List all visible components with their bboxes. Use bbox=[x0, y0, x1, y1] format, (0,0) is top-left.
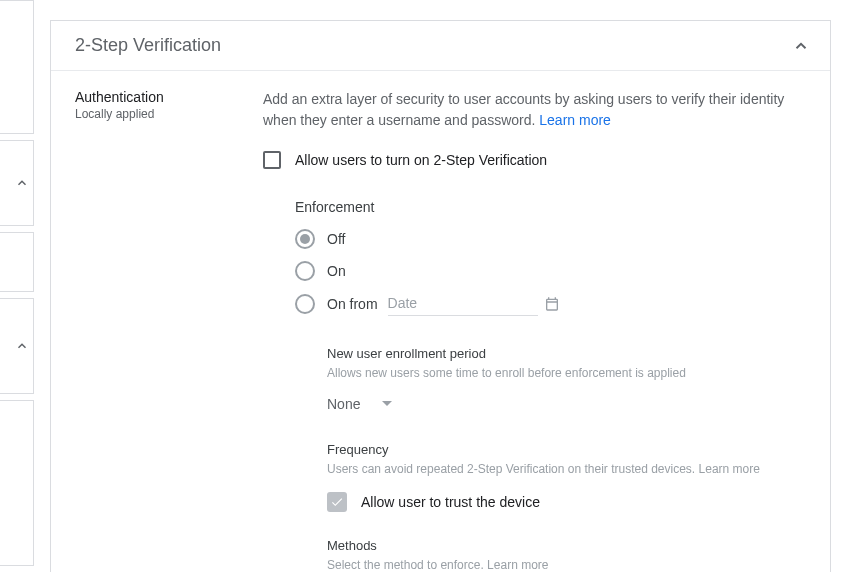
side-column: Authentication Locally applied bbox=[75, 89, 251, 572]
learn-more-link[interactable]: Learn more bbox=[539, 112, 611, 128]
enrollment-label: New user enrollment period bbox=[327, 346, 806, 361]
frequency-sublabel-text: Users can avoid repeated 2-Step Verifica… bbox=[327, 462, 699, 476]
left-segment-1 bbox=[0, 0, 34, 134]
radio-on-label: On bbox=[327, 263, 346, 279]
radio-row-off: Off bbox=[295, 227, 806, 251]
methods-section: Methods Select the method to enforce. Le… bbox=[263, 538, 806, 572]
chevron-up-icon bbox=[0, 141, 33, 225]
frequency-learn-more-link[interactable]: Learn more bbox=[699, 462, 760, 476]
allow-2sv-checkbox-row: Allow users to turn on 2-Step Verificati… bbox=[263, 151, 806, 169]
panel-title: 2-Step Verification bbox=[75, 35, 221, 56]
trust-device-label: Allow user to trust the device bbox=[361, 494, 540, 510]
methods-learn-more-link[interactable]: Learn more bbox=[487, 558, 548, 572]
chevron-up-icon bbox=[0, 299, 33, 393]
methods-label: Methods bbox=[327, 538, 806, 553]
enforcement-radio-group: Off On On from bbox=[295, 227, 806, 316]
enforcement-label: Enforcement bbox=[295, 199, 806, 215]
chevron-down-icon bbox=[382, 401, 392, 406]
methods-sublabel: Select the method to enforce. Learn more bbox=[327, 557, 806, 572]
locally-applied-label: Locally applied bbox=[75, 107, 251, 121]
left-sidebar-rail bbox=[0, 0, 34, 572]
main-column: Add an extra layer of security to user a… bbox=[251, 89, 806, 572]
radio-off[interactable] bbox=[295, 229, 315, 249]
enrollment-dropdown-value: None bbox=[327, 396, 360, 412]
radio-row-on: On bbox=[295, 259, 806, 283]
allow-2sv-checkbox[interactable] bbox=[263, 151, 281, 169]
left-segment-2[interactable] bbox=[0, 140, 34, 226]
panel-header[interactable]: 2-Step Verification bbox=[51, 21, 830, 71]
radio-off-label: Off bbox=[327, 231, 345, 247]
radio-on-from[interactable] bbox=[295, 294, 315, 314]
methods-sublabel-text: Select the method to enforce. bbox=[327, 558, 487, 572]
calendar-icon[interactable] bbox=[544, 296, 560, 312]
allow-2sv-label: Allow users to turn on 2-Step Verificati… bbox=[295, 152, 547, 168]
enrollment-dropdown[interactable]: None bbox=[327, 396, 806, 412]
authentication-title: Authentication bbox=[75, 89, 251, 105]
description-body: Add an extra layer of security to user a… bbox=[263, 91, 784, 128]
left-segment-3 bbox=[0, 232, 34, 292]
description-text: Add an extra layer of security to user a… bbox=[263, 89, 806, 131]
frequency-section: Frequency Users can avoid repeated 2-Ste… bbox=[263, 442, 806, 512]
enrollment-section: New user enrollment period Allows new us… bbox=[263, 346, 806, 412]
radio-on[interactable] bbox=[295, 261, 315, 281]
left-segment-5 bbox=[0, 400, 34, 566]
radio-on-from-label: On from bbox=[327, 296, 378, 312]
trust-device-checkbox[interactable] bbox=[327, 492, 347, 512]
trust-device-row: Allow user to trust the device bbox=[327, 492, 806, 512]
enrollment-sublabel: Allows new users some time to enroll bef… bbox=[327, 365, 806, 382]
two-step-verification-panel: 2-Step Verification Authentication Local… bbox=[50, 20, 831, 572]
left-segment-4[interactable] bbox=[0, 298, 34, 394]
radio-row-on-from: On from bbox=[295, 291, 806, 316]
frequency-label: Frequency bbox=[327, 442, 806, 457]
enforcement-date-input[interactable] bbox=[388, 291, 538, 316]
frequency-sublabel: Users can avoid repeated 2-Step Verifica… bbox=[327, 461, 806, 478]
panel-body: Authentication Locally applied Add an ex… bbox=[51, 71, 830, 572]
enforcement-section: Enforcement Off On On from bbox=[263, 199, 806, 316]
chevron-up-icon bbox=[792, 37, 810, 55]
